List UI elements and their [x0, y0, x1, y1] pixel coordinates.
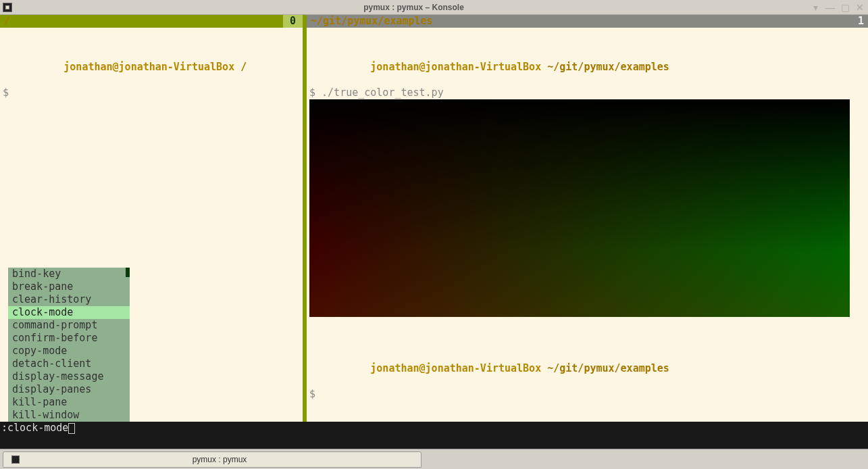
terminal-icon — [11, 455, 20, 464]
cmd-prefix: : — [1, 422, 7, 435]
completion-item-bind-key[interactable]: bind-key — [8, 268, 130, 280]
window-titlebar: pymux : pymux – Konsole ▾ — ▢ ✕ — [0, 0, 868, 15]
tab-bar: pymux : pymux — [0, 449, 868, 469]
pin-icon[interactable]: ▾ — [810, 2, 821, 13]
completion-popup[interactable]: bind-keybreak-paneclear-historyclock-mod… — [8, 268, 130, 422]
prompt-path: ~/git/pymux/examples — [547, 362, 669, 374]
prompt-symbol: $ — [309, 87, 322, 99]
pane-right-index: 1 — [858, 15, 864, 28]
command-text: ./true_color_test.py — [322, 87, 444, 99]
prompt-path: ~/git/pymux/examples — [547, 61, 669, 73]
terminal-area[interactable]: / 0 jonathan@jonathan-VirtualBox / $ bin… — [0, 15, 868, 449]
pane-left-body[interactable]: jonathan@jonathan-VirtualBox / $ — [0, 28, 303, 99]
pane-right-title: ~/git/pymux/examples 1 — [307, 15, 868, 28]
cmd-text: clock-mode — [7, 422, 68, 435]
pane-left-index: 0 — [283, 15, 303, 28]
prompt-symbol: $ — [3, 87, 15, 99]
completion-item-detach-client[interactable]: detach-client — [8, 357, 130, 370]
terminal-spacer — [0, 435, 868, 448]
completion-item-clock-mode[interactable]: clock-mode — [8, 306, 130, 319]
completion-item-kill-window[interactable]: kill-window — [8, 409, 130, 422]
prompt-path: / — [240, 61, 247, 73]
tab-pymux[interactable]: pymux : pymux — [3, 451, 422, 468]
app-icon — [3, 3, 12, 12]
pane-left-path: / — [4, 15, 283, 28]
completion-item-display-message[interactable]: display-message — [8, 370, 130, 383]
pane-right[interactable]: ~/git/pymux/examples 1 jonathan@jonathan… — [307, 15, 868, 422]
completion-item-display-panes[interactable]: display-panes — [8, 383, 130, 396]
window-title: pymux : pymux – Konsole — [18, 3, 810, 12]
close-icon[interactable]: ✕ — [854, 2, 865, 13]
maximize-icon[interactable]: ▢ — [840, 2, 850, 13]
pane-left-title: / 0 — [0, 15, 303, 28]
completion-item-kill-pane[interactable]: kill-pane — [8, 396, 130, 409]
pane-right-body[interactable]: jonathan@jonathan-VirtualBox ~/git/pymux… — [307, 28, 868, 401]
completion-item-break-pane[interactable]: break-pane — [8, 280, 130, 293]
tab-label: pymux : pymux — [26, 455, 413, 464]
command-line[interactable]: :clock-mode — [0, 422, 868, 435]
prompt-user: jonathan@jonathan-VirtualBox — [370, 61, 541, 73]
prompt-user: jonathan@jonathan-VirtualBox — [370, 362, 541, 374]
completion-item-clear-history[interactable]: clear-history — [8, 293, 130, 306]
pane-left[interactable]: / 0 jonathan@jonathan-VirtualBox / $ bin… — [0, 15, 303, 422]
prompt-user: jonathan@jonathan-VirtualBox — [63, 61, 234, 73]
prompt-symbol: $ — [309, 388, 322, 400]
cursor — [68, 423, 75, 434]
minimize-icon[interactable]: — — [825, 2, 836, 13]
pane-right-path: ~/git/pymux/examples — [311, 15, 858, 28]
completion-item-copy-mode[interactable]: copy-mode — [8, 345, 130, 357]
completion-item-confirm-before[interactable]: confirm-before — [8, 332, 130, 345]
completion-scrollbar[interactable] — [126, 268, 130, 277]
truecolor-output — [309, 99, 850, 317]
completion-item-command-prompt[interactable]: command-prompt — [8, 319, 130, 332]
